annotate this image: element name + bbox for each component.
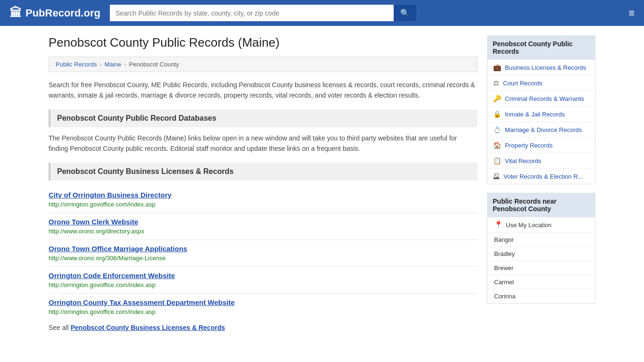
sidebar-pr-item[interactable]: ⚖Court Records xyxy=(487,75,595,91)
hamburger-icon: ≡ xyxy=(628,7,635,19)
menu-button[interactable]: ≡ xyxy=(628,7,635,19)
sidebar-pr-link[interactable]: Voter Records & Election R... xyxy=(504,173,583,180)
near-city-item[interactable]: Brewer xyxy=(487,261,595,275)
near-city-item[interactable]: Bangor xyxy=(487,233,595,247)
logo-icon: 🏛 xyxy=(9,6,22,20)
sidebar-icon: 💍 xyxy=(493,126,501,133)
record-url: http://www.orono.org/directory.aspx xyxy=(49,228,144,235)
sidebar-pr-item[interactable]: 🔒Inmate & Jail Records xyxy=(487,107,595,122)
breadcrumb-sep-2: › xyxy=(124,61,126,68)
sidebar-pr-title: Penobscot County Public Records xyxy=(487,35,595,60)
see-all-line: See all Penobscot County Business Licens… xyxy=(49,320,478,331)
record-entry: City of Orrington Business Directory htt… xyxy=(49,186,478,213)
databases-section-header: Penobscot County Public Record Databases xyxy=(49,109,478,127)
sidebar-near-list: 📍Use My LocationBangorBradleyBrewerCarme… xyxy=(487,217,595,304)
see-all-link[interactable]: Penobscot County Business Licenses & Rec… xyxy=(71,324,225,331)
breadcrumb-maine[interactable]: Maine xyxy=(105,61,121,68)
record-link[interactable]: Orono Town Office Marriage Applications xyxy=(49,245,478,253)
record-list: City of Orrington Business Directory htt… xyxy=(49,186,478,320)
record-link[interactable]: Orono Town Clerk Website xyxy=(49,218,478,226)
sidebar-icon: 💼 xyxy=(493,64,501,71)
sidebar-near-title: Public Records near Penobscot County xyxy=(487,193,595,217)
use-location-label: Use My Location xyxy=(506,222,552,229)
search-button[interactable]: 🔍 xyxy=(394,5,416,21)
record-link[interactable]: Orrington Code Enforcement Website xyxy=(49,272,478,280)
record-url: http://orrington.govoffice.com/index.asp xyxy=(49,281,156,288)
record-link[interactable]: City of Orrington Business Directory xyxy=(49,191,478,199)
sidebar-pr-item[interactable]: 💼Business Licenses & Records xyxy=(487,60,595,75)
sidebar-icon: 🗳 xyxy=(493,173,500,180)
sidebar-pr-link[interactable]: Marriage & Divorce Records xyxy=(505,126,582,133)
near-city-item[interactable]: Corinna xyxy=(487,289,595,303)
search-input[interactable] xyxy=(110,5,394,21)
search-area: 🔍 xyxy=(110,5,416,21)
near-city-item[interactable]: Bradley xyxy=(487,247,595,261)
sidebar-icon: 🏠 xyxy=(493,141,501,149)
sidebar-pr-link[interactable]: Criminal Records & Warrants xyxy=(505,95,584,102)
db-description: The Penobscot County Public Records (Mai… xyxy=(49,133,478,154)
breadcrumb-penobscot: Penobscot County xyxy=(129,61,179,68)
sidebar-pr-link[interactable]: Inmate & Jail Records xyxy=(505,111,565,118)
sidebar-pr-item[interactable]: 📋Vital Records xyxy=(487,153,595,169)
sidebar-pr-link[interactable]: Business Licenses & Records xyxy=(505,64,586,71)
intro-text: Search for free Penobscot County, ME Pub… xyxy=(49,80,478,101)
sidebar: Penobscot County Public Records 💼Busines… xyxy=(487,35,595,331)
site-logo[interactable]: 🏛 PubRecord.org xyxy=(9,6,100,20)
location-pin-icon: 📍 xyxy=(494,221,503,229)
breadcrumb-public-records[interactable]: Public Records xyxy=(56,61,97,68)
logo-text: PubRecord.org xyxy=(25,7,100,19)
see-all-prefix: See all xyxy=(49,324,71,331)
record-entry: Orono Town Office Marriage Applications … xyxy=(49,240,478,267)
sidebar-pr-link[interactable]: Property Records xyxy=(505,142,553,149)
sidebar-pr-item[interactable]: 🗳Voter Records & Election R... xyxy=(487,169,595,184)
sidebar-icon: 🔒 xyxy=(493,110,501,118)
sidebar-pr-item[interactable]: 💍Marriage & Divorce Records xyxy=(487,122,595,138)
content-area: Penobscot County Public Records (Maine) … xyxy=(49,35,478,331)
sidebar-pr-link[interactable]: Court Records xyxy=(503,80,543,87)
sidebar-pr-link[interactable]: Vital Records xyxy=(505,157,541,165)
sidebar-pr-list: 💼Business Licenses & Records⚖Court Recor… xyxy=(487,60,595,184)
site-header: 🏛 PubRecord.org 🔍 ≡ xyxy=(0,0,644,26)
record-link[interactable]: Orrington County Tax Assessment Departme… xyxy=(49,298,478,306)
breadcrumb-sep-1: › xyxy=(99,61,101,68)
record-url: http://www.orono.org/306/Marriage-Licens… xyxy=(49,255,166,262)
sidebar-icon: ⚖ xyxy=(493,79,499,87)
business-section-header: Penobscot County Business Licenses & Rec… xyxy=(49,163,478,181)
use-location-item[interactable]: 📍Use My Location xyxy=(487,217,595,233)
sidebar-pr-item[interactable]: 🏠Property Records xyxy=(487,138,595,153)
breadcrumb: Public Records › Maine › Penobscot Count… xyxy=(49,57,478,72)
sidebar-icon: 📋 xyxy=(493,157,501,165)
record-entry: Orrington County Tax Assessment Departme… xyxy=(49,294,478,320)
sidebar-icon: 🔑 xyxy=(493,95,501,102)
record-url: http://orrington.govoffice.com/index.asp xyxy=(49,308,156,315)
sidebar-pr-item[interactable]: 🔑Criminal Records & Warrants xyxy=(487,91,595,107)
record-entry: Orrington Code Enforcement Website http:… xyxy=(49,267,478,294)
search-icon: 🔍 xyxy=(400,9,410,17)
record-entry: Orono Town Clerk Website http://www.oron… xyxy=(49,213,478,240)
record-url: http://orrington.govoffice.com/index.asp xyxy=(49,201,156,208)
near-city-item[interactable]: Carmel xyxy=(487,275,595,289)
main-container: Penobscot County Public Records (Maine) … xyxy=(39,26,605,341)
page-title: Penobscot County Public Records (Maine) xyxy=(49,35,478,50)
